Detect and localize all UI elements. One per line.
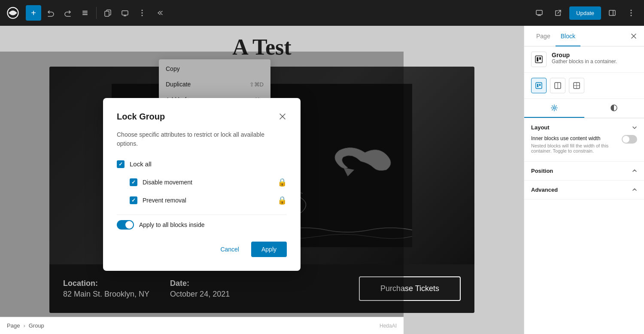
group-block-icon xyxy=(535,55,543,64)
block-type-desc: Gather blocks in a container. xyxy=(552,58,617,64)
apply-all-label: Apply to all blocks inside xyxy=(139,221,205,228)
svg-rect-6 xyxy=(122,11,128,15)
settings-tab[interactable] xyxy=(524,99,584,118)
lock-all-row: Lock all xyxy=(117,159,287,173)
desktop-view-button[interactable] xyxy=(532,5,547,21)
canvas-area: A Test xyxy=(0,26,524,334)
redo-icon xyxy=(64,9,72,17)
modal-header: Lock Group xyxy=(117,112,287,122)
svg-rect-5 xyxy=(105,11,109,16)
inner-blocks-toggle-row: Inner blocks use content width Nested bl… xyxy=(531,131,637,155)
svg-point-19 xyxy=(631,15,632,16)
hedaai-credit: HedaAI xyxy=(380,323,397,329)
update-button[interactable]: Update xyxy=(569,6,601,20)
block-type-name: Group xyxy=(552,52,617,58)
wp-icon xyxy=(7,7,19,19)
svg-rect-33 xyxy=(539,84,541,86)
modal-divider xyxy=(117,214,287,215)
tab-page[interactable]: Page xyxy=(531,26,556,46)
close-sidebar-icon xyxy=(630,33,637,40)
breadcrumb-chevron: › xyxy=(23,322,25,329)
right-sidebar: Page Block Group Gather blocks in a cont… xyxy=(524,26,644,334)
copy-button[interactable] xyxy=(100,5,115,21)
disable-movement-option: Disable movement 🔒 xyxy=(130,173,287,191)
external-link-icon xyxy=(554,9,562,17)
collapse-sidebar-button[interactable] xyxy=(152,5,167,21)
sidebar-icon-tabs xyxy=(524,99,644,118)
style-btn-2[interactable] xyxy=(550,78,565,93)
breadcrumb-group[interactable]: Group xyxy=(29,322,44,329)
block-type-section: Group Gather blocks in a container. xyxy=(524,46,644,73)
advanced-section-header[interactable]: Advanced xyxy=(531,187,637,193)
undo-icon xyxy=(47,9,55,17)
disable-movement-checkbox[interactable] xyxy=(130,178,137,186)
desktop-icon xyxy=(535,9,543,17)
breadcrumb-page[interactable]: Page xyxy=(7,322,20,329)
breadcrumb-bar: Page › Group HedaAI xyxy=(0,317,404,334)
modal-close-button[interactable] xyxy=(278,112,287,121)
toggle-sidebar-button[interactable] xyxy=(605,5,620,21)
copy-icon xyxy=(104,9,112,17)
svg-point-18 xyxy=(631,12,632,14)
svg-point-9 xyxy=(142,10,143,11)
apply-all-row: Apply to all blocks inside xyxy=(117,220,287,230)
lock-all-checkbox[interactable] xyxy=(117,160,125,168)
svg-rect-2 xyxy=(82,12,88,13)
style-2-icon xyxy=(554,82,562,89)
settings-icon xyxy=(550,104,558,112)
position-section-header[interactable]: Position xyxy=(531,168,637,174)
undo-button[interactable] xyxy=(43,5,58,21)
svg-point-17 xyxy=(631,10,632,11)
main-layout: A Test xyxy=(0,26,644,334)
collapse-icon xyxy=(155,9,163,17)
layout-section: Layout Inner blocks use content width Ne… xyxy=(524,118,644,162)
modal-title: Lock Group xyxy=(117,112,165,122)
style-3-icon xyxy=(573,82,580,89)
device-preview-button[interactable] xyxy=(117,5,133,21)
apply-button[interactable]: Apply xyxy=(251,242,287,257)
svg-rect-32 xyxy=(537,84,538,87)
modal-description: Choose specific attributes to restrict o… xyxy=(117,130,287,148)
apply-all-toggle[interactable] xyxy=(117,220,134,230)
position-section: Position xyxy=(524,162,644,181)
tab-block[interactable]: Block xyxy=(556,26,580,46)
svg-rect-30 xyxy=(539,57,541,60)
wp-logo xyxy=(5,5,21,21)
advanced-collapse-icon xyxy=(632,187,637,192)
prevent-removal-option: Prevent removal 🔒 xyxy=(130,191,287,209)
inner-blocks-desc: Nested blocks will fill the width of thi… xyxy=(531,143,617,153)
sidebar-close-button[interactable] xyxy=(630,26,637,46)
redo-button[interactable] xyxy=(60,5,76,21)
style-btn-3[interactable] xyxy=(569,78,584,93)
style-1-icon xyxy=(535,82,543,89)
device-icon xyxy=(121,9,129,17)
svg-rect-28 xyxy=(535,56,542,63)
ellipsis-vertical-right-icon xyxy=(630,9,632,17)
disable-movement-label: Disable movement xyxy=(143,179,272,186)
external-link-button[interactable] xyxy=(550,5,566,21)
appearance-tab[interactable] xyxy=(584,99,644,118)
list-view-button[interactable] xyxy=(77,5,93,21)
sidebar-tabs: Page Block xyxy=(524,26,644,46)
lock-group-modal: Lock Group Choose specific attributes to… xyxy=(103,98,301,271)
layout-section-header[interactable]: Layout xyxy=(531,124,637,131)
modal-overlay[interactable]: Lock Group Choose specific attributes to… xyxy=(0,52,404,317)
style-btn-1[interactable] xyxy=(531,78,547,93)
position-collapse-icon xyxy=(632,168,637,173)
block-type-icon xyxy=(531,52,547,67)
inner-blocks-toggle[interactable] xyxy=(622,135,637,144)
svg-rect-29 xyxy=(537,57,538,61)
sub-options: Disable movement 🔒 Prevent removal 🔒 xyxy=(117,173,287,209)
prevent-removal-checkbox[interactable] xyxy=(130,196,137,204)
more-options-button[interactable] xyxy=(134,5,150,21)
block-style-buttons xyxy=(524,73,644,99)
list-icon xyxy=(81,9,89,17)
modal-footer: Cancel Apply xyxy=(117,242,287,257)
sidebar-icon xyxy=(608,9,616,17)
block-type-info: Group Gather blocks in a container. xyxy=(552,52,617,64)
add-block-button[interactable]: + xyxy=(26,5,41,21)
svg-rect-12 xyxy=(536,10,542,15)
position-section-title: Position xyxy=(531,168,553,174)
more-options-right-button[interactable] xyxy=(623,5,639,21)
cancel-button[interactable]: Cancel xyxy=(213,242,246,257)
